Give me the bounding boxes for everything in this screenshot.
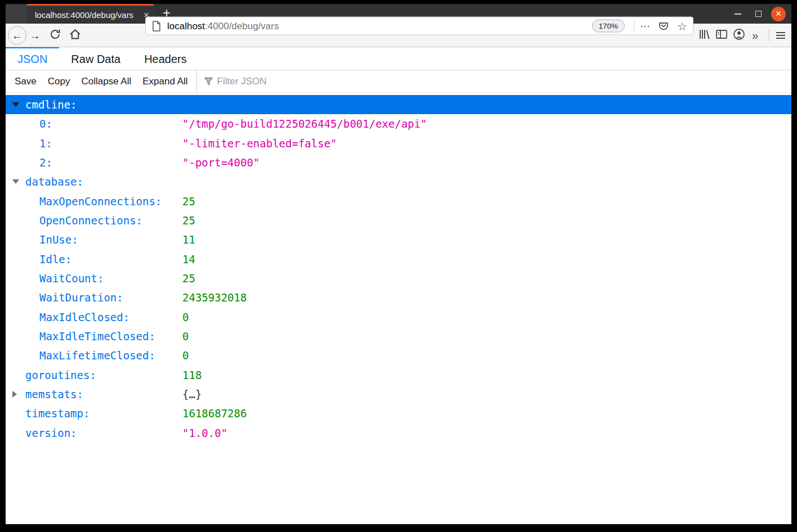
- json-key: Idle:: [39, 253, 71, 265]
- json-value: 25: [182, 195, 195, 208]
- json-row[interactable]: MaxIdleClosed:0: [6, 308, 791, 327]
- json-row[interactable]: 2:"-port=4000": [6, 153, 791, 172]
- json-row[interactable]: goroutines:118: [6, 366, 791, 385]
- navigation-toolbar: ← → localhost:4000/debug/vars 170% ⋯ ☆: [6, 24, 791, 47]
- json-value: "-port=4000": [182, 156, 259, 169]
- json-key: MaxIdleTimeClosed:: [39, 330, 155, 342]
- json-row[interactable]: version:"1.0.0": [6, 423, 791, 443]
- zoom-level-badge[interactable]: 170%: [592, 20, 625, 33]
- page-actions-button[interactable]: ⋯: [640, 20, 650, 32]
- json-row[interactable]: MaxIdleTimeClosed:0: [6, 327, 791, 346]
- json-value: {…}: [182, 388, 202, 400]
- url-path: :4000/debug/vars: [205, 20, 279, 31]
- maximize-button[interactable]: [751, 7, 765, 21]
- json-tree: cmdline:0:"/tmp/go-build1225026445/b001/…: [6, 93, 791, 524]
- json-row[interactable]: WaitDuration:2435932018: [6, 288, 791, 307]
- home-icon: [69, 28, 82, 40]
- json-row[interactable]: InUse:11: [6, 230, 791, 249]
- json-row[interactable]: cmdline:: [6, 95, 791, 114]
- json-key: MaxOpenConnections:: [39, 195, 162, 208]
- json-value: "/tmp/go-build1225026445/b001/exe/api": [182, 118, 427, 130]
- json-row[interactable]: timestamp:1618687286: [6, 404, 791, 423]
- json-value: 2435932018: [182, 291, 247, 304]
- home-button[interactable]: [69, 28, 82, 43]
- json-key: InUse:: [39, 233, 78, 246]
- json-value: 25: [182, 272, 195, 285]
- json-key: WaitDuration:: [39, 291, 123, 304]
- tab-raw-data[interactable]: Raw Data: [59, 47, 132, 70]
- json-row[interactable]: 0:"/tmp/go-build1225026445/b001/exe/api": [6, 114, 791, 133]
- forward-button[interactable]: →: [29, 29, 41, 41]
- close-window-button[interactable]: ×: [771, 7, 786, 21]
- json-value: 0: [182, 349, 189, 362]
- overflow-menu-button[interactable]: »: [752, 29, 758, 42]
- tab-json[interactable]: JSON: [6, 47, 59, 70]
- collapse-arrow-icon[interactable]: [12, 179, 19, 184]
- json-value: 14: [182, 253, 195, 265]
- back-button[interactable]: ←: [8, 26, 26, 44]
- back-icon: ←: [12, 30, 23, 41]
- json-key: 1:: [39, 137, 52, 150]
- expand-arrow-icon[interactable]: [12, 391, 17, 398]
- json-row[interactable]: MaxOpenConnections:25: [6, 192, 791, 211]
- urlbar-separator: [634, 20, 634, 31]
- library-icon: [698, 29, 710, 40]
- json-key: WaitCount:: [39, 272, 104, 285]
- json-value: "1.0.0": [182, 427, 227, 439]
- tabbar-spacer: [6, 4, 27, 24]
- json-key: 2:: [39, 156, 52, 169]
- reload-button[interactable]: [49, 28, 61, 43]
- forward-icon: →: [29, 29, 41, 41]
- json-value: 11: [182, 233, 195, 246]
- json-value: "-limiter-enabled=false": [182, 137, 337, 150]
- filter-box: [204, 76, 341, 87]
- minimize-button[interactable]: [731, 7, 745, 21]
- json-key: MaxIdleClosed:: [39, 311, 129, 323]
- copy-button[interactable]: Copy: [48, 76, 70, 87]
- tab-headers[interactable]: Headers: [132, 47, 199, 70]
- json-viewer-tabbar: JSON Raw Data Headers: [6, 47, 791, 70]
- url-bar[interactable]: localhost:4000/debug/vars 170% ⋯ ☆: [145, 17, 693, 35]
- json-row[interactable]: Idle:14: [6, 250, 791, 269]
- reload-icon: [49, 28, 61, 40]
- json-row[interactable]: WaitCount:25: [6, 269, 791, 288]
- json-key: MaxLifetimeClosed:: [39, 349, 155, 362]
- json-row[interactable]: database:: [6, 172, 791, 191]
- account-button[interactable]: [733, 28, 745, 43]
- filter-icon: [204, 77, 213, 86]
- browser-tab[interactable]: localhost:4000/debug/vars ×: [27, 4, 154, 24]
- json-viewer-toolbar: Save Copy Collapse All Expand All: [6, 70, 791, 93]
- sidebar-button[interactable]: [716, 29, 727, 42]
- json-row[interactable]: OpenConnections:25: [6, 211, 791, 230]
- pocket-button[interactable]: [658, 20, 669, 31]
- json-key: database:: [25, 175, 83, 188]
- json-key: cmdline:: [25, 98, 77, 111]
- json-key: 0:: [39, 118, 52, 130]
- expand-all-button[interactable]: Expand All: [142, 76, 187, 87]
- json-key: goroutines:: [25, 369, 96, 381]
- json-value: 118: [182, 369, 202, 381]
- star-icon: ☆: [677, 20, 687, 31]
- app-menu-button[interactable]: [776, 32, 785, 39]
- json-row[interactable]: MaxLifetimeClosed:0: [6, 346, 791, 365]
- page-icon: [151, 20, 162, 31]
- filter-json-input[interactable]: [217, 76, 341, 87]
- save-button[interactable]: Save: [15, 76, 37, 87]
- collapse-all-button[interactable]: Collapse All: [81, 76, 131, 87]
- bookmark-button[interactable]: ☆: [677, 20, 687, 31]
- json-key: timestamp:: [25, 407, 89, 420]
- minimize-icon: [735, 13, 741, 15]
- pocket-icon: [658, 20, 669, 31]
- more-actions-icon: ⋯: [640, 20, 650, 32]
- json-key: OpenConnections:: [39, 214, 142, 227]
- maximize-icon: [755, 11, 762, 17]
- json-value: 25: [182, 214, 195, 227]
- window-controls: ×: [731, 4, 786, 24]
- json-key: version:: [25, 427, 77, 439]
- json-row[interactable]: memstats:{…}: [6, 385, 791, 404]
- account-icon: [733, 28, 745, 40]
- library-button[interactable]: [698, 29, 710, 42]
- collapse-arrow-icon[interactable]: [12, 102, 19, 107]
- json-key: memstats:: [25, 388, 83, 400]
- json-row[interactable]: 1:"-limiter-enabled=false": [6, 134, 791, 153]
